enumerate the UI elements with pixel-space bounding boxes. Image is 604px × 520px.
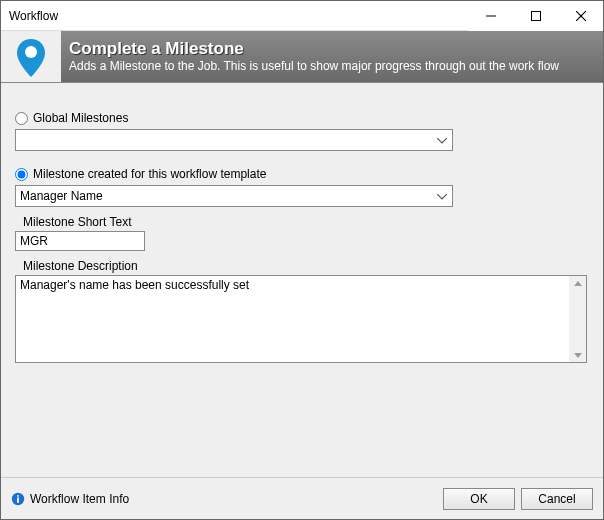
template-milestone-label[interactable]: Milestone created for this workflow temp…: [33, 167, 266, 181]
global-milestones-row: Global Milestones: [15, 111, 589, 125]
svg-point-4: [25, 46, 37, 58]
banner: Complete a Milestone Adds a Milestone to…: [1, 31, 603, 83]
maximize-icon: [531, 11, 541, 21]
template-milestone-radio[interactable]: [15, 168, 28, 181]
close-button[interactable]: [558, 1, 603, 31]
workflow-item-info-label: Workflow Item Info: [30, 492, 129, 506]
template-milestone-combo[interactable]: Manager Name: [15, 185, 453, 207]
info-icon: [11, 492, 25, 506]
banner-title: Complete a Milestone: [69, 40, 593, 57]
template-milestone-row: Milestone created for this workflow temp…: [15, 167, 589, 181]
global-milestones-combo[interactable]: [15, 129, 453, 151]
scroll-down-icon: [574, 348, 582, 362]
svg-rect-6: [17, 495, 19, 497]
dialog-window: Workflow Complete a Milestone Adds a Mil…: [0, 0, 604, 520]
svg-rect-7: [17, 497, 19, 502]
scroll-up-icon: [574, 276, 582, 290]
maximize-button[interactable]: [513, 1, 558, 31]
milestone-short-text-input[interactable]: [15, 231, 145, 251]
close-icon: [576, 11, 586, 21]
svg-rect-1: [531, 11, 540, 20]
body: Global Milestones Milestone created for …: [1, 83, 603, 477]
description-scrollbar[interactable]: [569, 276, 586, 362]
banner-icon-cell: [1, 31, 61, 82]
global-milestones-radio[interactable]: [15, 112, 28, 125]
milestone-description-input[interactable]: Manager's name has been successfully set: [16, 276, 570, 360]
milestone-description-label: Milestone Description: [23, 259, 589, 273]
milestone-short-text-label: Milestone Short Text: [23, 215, 589, 229]
titlebar: Workflow: [1, 1, 603, 31]
cancel-button[interactable]: Cancel: [521, 488, 593, 510]
ok-button[interactable]: OK: [443, 488, 515, 510]
global-milestones-label[interactable]: Global Milestones: [33, 111, 128, 125]
milestone-pin-icon: [9, 35, 53, 79]
minimize-icon: [486, 11, 496, 21]
footer: Workflow Item Info OK Cancel: [1, 477, 603, 519]
banner-subtitle: Adds a Milestone to the Job. This is use…: [69, 59, 593, 73]
milestone-description-wrap: Manager's name has been successfully set: [15, 275, 587, 363]
global-milestones-combo-wrap: [15, 129, 453, 151]
template-milestone-combo-wrap: Manager Name: [15, 185, 453, 207]
window-title: Workflow: [1, 9, 468, 23]
banner-text: Complete a Milestone Adds a Milestone to…: [61, 31, 603, 82]
workflow-item-info-link[interactable]: Workflow Item Info: [11, 492, 437, 506]
minimize-button[interactable]: [468, 1, 513, 31]
